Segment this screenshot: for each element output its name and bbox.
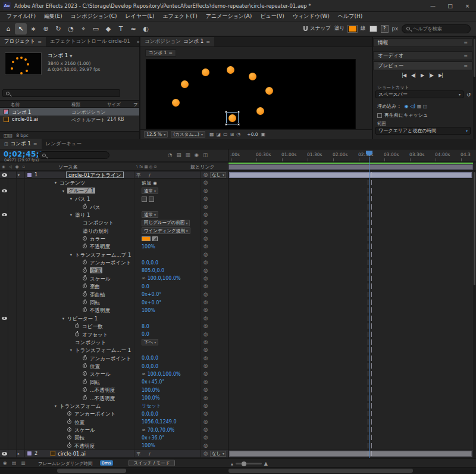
stopwatch-icon[interactable] <box>83 269 87 273</box>
property-value[interactable]: 100.0,100.0% <box>148 276 181 281</box>
pick-whip-icon[interactable]: ◎ <box>203 219 208 225</box>
menu-item[interactable]: ウィンドウ(W) <box>289 13 334 20</box>
row-track[interactable] <box>228 322 476 330</box>
stopwatch-icon[interactable] <box>67 428 71 432</box>
close-button[interactable]: × <box>459 0 476 11</box>
stopwatch-icon[interactable] <box>83 300 87 304</box>
row-track[interactable] <box>228 362 476 370</box>
add-button[interactable]: 追加◉ <box>142 180 157 186</box>
pick-whip-icon[interactable]: ◎ <box>203 227 208 233</box>
pick-whip-icon[interactable]: ◎ <box>203 426 208 432</box>
stopwatch-icon[interactable] <box>83 364 87 368</box>
selection-handle[interactable] <box>237 111 240 113</box>
zoom-out-icon[interactable]: ▲ <box>231 462 233 466</box>
property-label[interactable]: 不透明度 <box>90 244 110 250</box>
pick-whip-icon[interactable]: ◎ <box>203 363 208 369</box>
property-label[interactable]: 位置 <box>74 419 84 425</box>
twirl-icon[interactable]: ▾ <box>53 404 58 408</box>
cache-checkbox[interactable] <box>377 113 382 118</box>
time-ruler[interactable]: :00s00:30s01:00s01:30s02:00s02:30s03:00s… <box>228 149 476 161</box>
panel-menu-icon[interactable]: ≡ <box>464 40 468 45</box>
value-dropdown[interactable]: 通常▾ <box>142 211 158 218</box>
property-label[interactable]: 塗り 1 <box>75 212 90 218</box>
row-track[interactable] <box>228 378 476 386</box>
stroke-label[interactable]: 線 <box>361 25 366 32</box>
row-track[interactable] <box>228 450 476 457</box>
switches-modes-button[interactable]: スイッチ / モード <box>129 460 175 466</box>
project-item-row[interactable]: コンポ 1コンポジション <box>0 108 139 116</box>
twirl-icon[interactable]: ▾ <box>61 189 66 194</box>
property-label[interactable]: コンポジット <box>83 220 114 226</box>
fill-label[interactable]: 塗り <box>334 25 345 32</box>
stopwatch-icon[interactable] <box>83 276 87 280</box>
row-track[interactable] <box>228 235 476 242</box>
minimize-button[interactable]: — <box>424 0 441 11</box>
twirl-icon[interactable]: ▾ <box>68 252 74 257</box>
twirl-icon[interactable]: ▾ <box>68 197 74 201</box>
property-label[interactable]: 不透明度 <box>74 443 95 449</box>
row-track[interactable] <box>228 338 476 346</box>
twirl-icon[interactable]: ▸ <box>16 451 21 456</box>
region-of-interest-icon[interactable]: ▭ <box>223 132 228 137</box>
visibility-eye-icon[interactable] <box>2 317 7 320</box>
reset-icon[interactable]: ↺ <box>466 92 471 98</box>
property-value[interactable]: 0.0 <box>142 332 149 337</box>
hand-tool-icon[interactable]: ∗ <box>27 23 39 35</box>
menu-item[interactable]: コンポジション(C) <box>67 13 121 20</box>
source-name-column[interactable]: ソース名 <box>58 164 77 170</box>
audio-speaker-icon[interactable]: ◁) <box>410 104 417 109</box>
maximize-button[interactable]: □ <box>441 0 459 11</box>
pan-behind-tool-icon[interactable]: ⌖ <box>77 23 89 35</box>
quality-switch[interactable]: 平 <box>136 451 141 457</box>
pick-whip-icon[interactable]: ◎ <box>203 195 208 201</box>
panel-menu-icon[interactable]: ≡ <box>464 63 468 68</box>
composition-viewport[interactable] <box>146 60 355 129</box>
pick-whip-icon[interactable]: ◎ <box>203 188 208 194</box>
pick-whip-icon[interactable]: ◎ <box>203 243 208 249</box>
property-value[interactable]: 1056.0,1249.0 <box>142 419 177 425</box>
value-dropdown[interactable]: ワインディング規則▾ <box>142 227 190 234</box>
stopwatch-icon[interactable] <box>83 236 87 241</box>
camera-icon[interactable]: ▣ <box>261 132 266 137</box>
row-track[interactable] <box>228 242 476 250</box>
status-toggle-icons[interactable]: ◉ ▤ ▥ <box>3 460 27 466</box>
orbit-tool-icon[interactable]: ↻ <box>52 23 64 35</box>
row-track[interactable] <box>228 211 476 219</box>
row-track[interactable] <box>228 267 476 275</box>
frame-blending-icon[interactable]: ▥ <box>185 152 190 158</box>
fill-color-swatch[interactable] <box>348 26 357 32</box>
property-label[interactable]: コンテンツ <box>60 180 86 186</box>
path-direction-icon[interactable] <box>149 197 154 202</box>
tab-project[interactable]: プロジェクト ≡ <box>0 37 46 46</box>
property-value[interactable]: 0x+0.0° <box>142 292 161 297</box>
current-time-jump-icon[interactable]: ◔ <box>236 132 240 137</box>
property-label[interactable]: 歪曲軸 <box>90 292 105 298</box>
exposure-value[interactable]: +0.0 <box>247 132 258 137</box>
reset-link[interactable]: リセット <box>142 403 161 409</box>
shortcut-dropdown[interactable]: スペースバー▾ <box>375 91 464 98</box>
layer-duration-bar[interactable] <box>229 172 472 178</box>
pick-whip-icon[interactable]: ◎ <box>203 339 208 345</box>
twirl-icon[interactable]: ▾ <box>68 213 74 217</box>
menu-item[interactable]: 編集(E) <box>40 13 67 20</box>
property-value[interactable]: 0.0,0.0 <box>142 364 158 369</box>
property-label[interactable]: カラー <box>90 236 105 242</box>
resolution-dropdown[interactable]: (カスタム...)▾ <box>171 131 205 138</box>
first-frame-button[interactable]: |◀ <box>402 73 406 78</box>
stopwatch-icon[interactable] <box>75 324 79 328</box>
property-value[interactable]: 70.0,70.0% <box>148 428 175 433</box>
value-dropdown[interactable]: 同じグループの前面▾ <box>142 220 190 226</box>
quality-switch[interactable]: 平 <box>136 173 141 179</box>
row-track[interactable] <box>228 282 476 290</box>
visibility-eye-icon[interactable] <box>2 189 7 193</box>
pick-whip-icon[interactable]: ◎ <box>203 403 208 408</box>
pick-whip-icon[interactable]: ◎ <box>203 259 208 265</box>
audio-panel-header[interactable]: オーディオ≡ <box>373 51 472 60</box>
property-label[interactable]: パス 1 <box>75 196 90 202</box>
tab-composition[interactable]: コンポジション コンポ 1 ≡ <box>140 37 214 46</box>
stopwatch-icon[interactable] <box>83 205 87 209</box>
layer-name[interactable]: circle-01アウトライン <box>66 171 124 179</box>
next-frame-button[interactable]: |▶ <box>429 73 433 78</box>
cache-row[interactable]: 再生前にキャッシュ <box>377 112 428 118</box>
menu-item[interactable]: アニメーション(A) <box>202 13 256 20</box>
